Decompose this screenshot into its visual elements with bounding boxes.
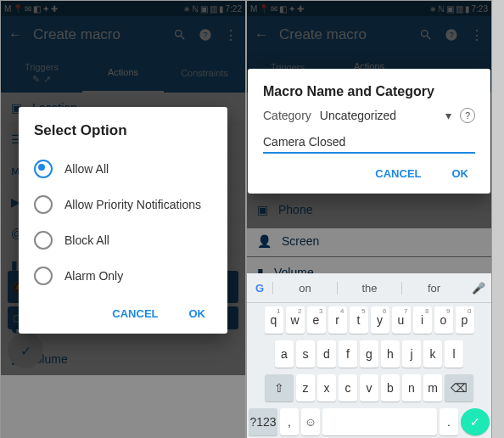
key-e[interactable]: e3 <box>307 306 326 334</box>
key-d[interactable]: d <box>317 340 336 368</box>
macro-name-dialog: Macro Name and Category Category Uncateg… <box>248 69 490 194</box>
key-u[interactable]: u7 <box>392 306 411 334</box>
dialog-title: Macro Name and Category <box>263 84 475 99</box>
radio-icon <box>34 160 53 178</box>
key-j[interactable]: j <box>402 340 421 368</box>
radio-icon <box>34 231 53 250</box>
radio-icon <box>34 267 53 285</box>
ok-button[interactable]: OK <box>182 300 213 327</box>
key-n[interactable]: n <box>402 374 421 402</box>
dialog-overlay: Macro Name and Category Category Uncateg… <box>247 1 491 296</box>
key-k[interactable]: k <box>423 340 442 368</box>
category-label: Category <box>263 109 311 122</box>
suggestion[interactable]: on <box>272 282 337 295</box>
key-s[interactable]: s <box>296 340 315 368</box>
option-priority[interactable]: Allow Priority Notifications <box>34 187 212 222</box>
dialog-title: Select Option <box>34 122 212 139</box>
key-i[interactable]: i8 <box>413 306 432 334</box>
cancel-button[interactable]: CANCEL <box>105 300 165 327</box>
backspace-key[interactable]: ⌫ <box>445 374 473 402</box>
key-h[interactable]: h <box>381 340 400 368</box>
key-b[interactable]: b <box>381 374 400 402</box>
space-key[interactable] <box>322 408 437 435</box>
key-z[interactable]: z <box>296 374 315 402</box>
macro-name-input[interactable] <box>263 132 475 154</box>
key-q[interactable]: q1 <box>265 306 283 334</box>
key-l[interactable]: l <box>445 340 463 368</box>
key-o[interactable]: o9 <box>434 306 453 334</box>
key-f[interactable]: f <box>339 340 357 368</box>
key-w[interactable]: w2 <box>286 306 305 334</box>
comma-key[interactable]: , <box>280 408 299 435</box>
option-block-all[interactable]: Block All <box>34 222 212 258</box>
phone-right: M 📍 ✉ ◧ ✦ ✚ ∗ ℕ ▣ ▥ ▮ 7:23 ← Create macr… <box>246 0 492 438</box>
key-t[interactable]: t5 <box>350 306 368 334</box>
key-g[interactable]: g <box>360 340 378 368</box>
suggestion[interactable]: the <box>337 282 401 295</box>
key-x[interactable]: x <box>317 374 336 402</box>
enter-key[interactable]: ✓ <box>461 408 490 435</box>
key-v[interactable]: v <box>360 374 378 402</box>
suggestion-bar: G on the for 🎤 <box>247 273 491 303</box>
key-m[interactable]: m <box>423 374 442 402</box>
suggestion[interactable]: for <box>401 282 466 295</box>
help-icon[interactable]: ? <box>460 108 475 123</box>
keyboard: G on the for 🎤 q1w2e3r4t5y6u7i8o9p0 asdf… <box>247 273 491 438</box>
mic-icon[interactable]: 🎤 <box>466 282 491 295</box>
period-key[interactable]: . <box>440 408 458 435</box>
option-alarm-only[interactable]: Alarm Only <box>34 258 212 294</box>
category-select[interactable]: Uncategorized <box>320 109 437 122</box>
dropdown-icon[interactable]: ▾ <box>445 109 451 122</box>
shift-key[interactable]: ⇧ <box>265 374 294 402</box>
symbols-key[interactable]: ?123 <box>249 408 277 435</box>
key-p[interactable]: p0 <box>456 306 474 334</box>
key-r[interactable]: r4 <box>328 306 347 334</box>
cancel-button[interactable]: CANCEL <box>368 160 428 187</box>
key-a[interactable]: a <box>275 340 294 368</box>
phone-left: M 📍 ✉ ◧ ✦ ✚ ∗ ℕ ▣ ▥ ▮ 7:22 ← Create macr… <box>0 0 246 438</box>
select-option-dialog: Select Option Allow All Allow Priority N… <box>19 107 227 334</box>
google-icon[interactable]: G <box>247 282 272 295</box>
emoji-key[interactable]: ☺ <box>301 408 320 435</box>
option-allow-all[interactable]: Allow All <box>34 151 212 187</box>
dialog-overlay: Select Option Allow All Allow Priority N… <box>1 1 245 438</box>
ok-button[interactable]: OK <box>445 160 476 187</box>
key-c[interactable]: c <box>339 374 357 402</box>
key-y[interactable]: y6 <box>371 306 389 334</box>
radio-icon <box>34 195 53 214</box>
